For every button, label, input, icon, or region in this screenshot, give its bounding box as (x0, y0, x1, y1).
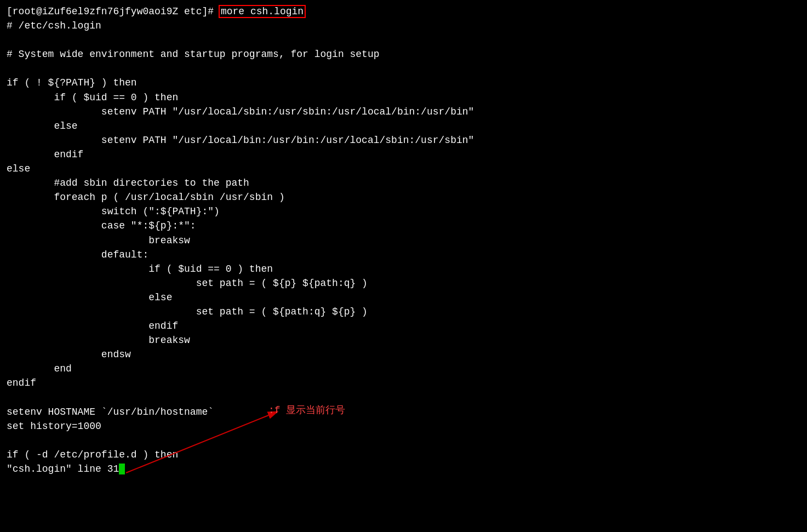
terminal-cursor (119, 464, 125, 474)
line-else3: else (7, 290, 800, 305)
terminal-window: [root@iZuf6el9zfn76jfyw0aoi9Z etc]# more… (0, 0, 807, 532)
line-breaksw1: breaksw (7, 233, 800, 248)
line-end: end (7, 362, 800, 376)
line-switch: switch (":${PATH}:") (7, 204, 800, 219)
line-if2: if ( $uid == 0 ) then (7, 90, 800, 105)
line-blank-1 (7, 33, 800, 47)
line-endif2: endif (7, 319, 800, 333)
line-if1: if ( ! ${?PATH} ) then (7, 76, 800, 90)
line-set2: set path = ( ${path:q} ${p} ) (7, 305, 800, 319)
line-endif1: endif (7, 147, 800, 162)
line-default: default: (7, 248, 800, 262)
line-history: set history=1000 (7, 419, 800, 433)
line-case: case "*:${p}:*": (7, 219, 800, 233)
line-blank-2 (7, 61, 800, 76)
line-set1: set path = ( ${p} ${path:q} ) (7, 276, 800, 290)
line-breaksw2: breaksw (7, 333, 800, 347)
line-setenv2: setenv PATH "/usr/local/bin:/usr/bin:/us… (7, 133, 800, 147)
line-blank4 (7, 433, 800, 448)
line-comment: # System wide environment and startup pr… (7, 47, 800, 61)
line-else1: else (7, 119, 800, 133)
line-else2: else (7, 162, 800, 176)
line-setenv1: setenv PATH "/usr/local/sbin:/usr/sbin:/… (7, 105, 800, 119)
line-endif3: endif (7, 376, 800, 390)
line-comment2: #add sbin directories to the path (7, 176, 800, 190)
line-blank3 (7, 391, 800, 405)
prompt-text: [root@iZuf6el9zfn76jfyw0aoi9Z etc]# (7, 6, 220, 17)
prompt-line: [root@iZuf6el9zfn76jfyw0aoi9Z etc]# more… (7, 4, 800, 19)
line-if4: if ( -d /etc/profile.d ) then (7, 448, 800, 462)
line-status: "csh.login" line 31 (7, 462, 800, 476)
line-1: # /etc/csh.login (7, 19, 800, 33)
line-endsw: endsw (7, 347, 800, 362)
line-setenv-hostname: setenv HOSTNAME `/usr/bin/hostname` (7, 405, 800, 419)
line-if3: if ( $uid == 0 ) then (7, 262, 800, 276)
line-foreach: foreach p ( /usr/local/sbin /usr/sbin ) (7, 190, 800, 204)
command-highlight: more csh.login (220, 6, 305, 17)
